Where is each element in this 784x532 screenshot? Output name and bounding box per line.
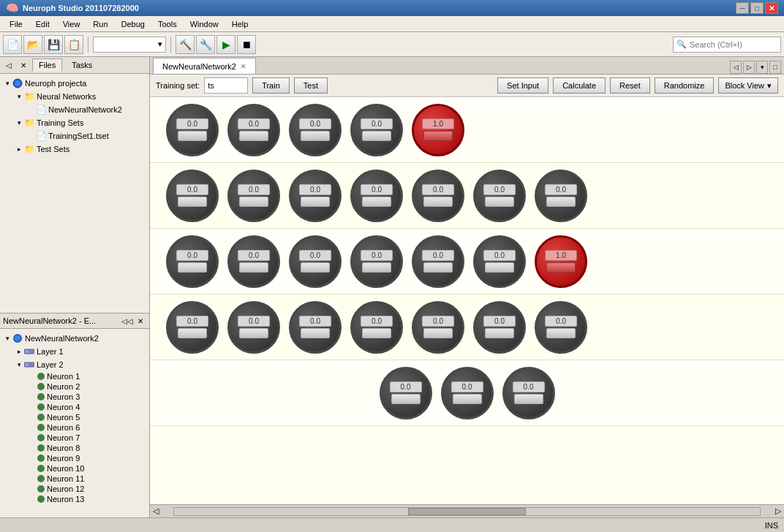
- neuron-2-0[interactable]: 0.0: [166, 235, 219, 288]
- neuron-btn-3-1[interactable]: [239, 328, 268, 338]
- tree-neuron5[interactable]: Neuron 5: [3, 412, 146, 422]
- menu-window[interactable]: Window: [184, 18, 225, 31]
- search-box[interactable]: 🔍: [673, 37, 781, 53]
- open-button[interactable]: 📂: [23, 35, 42, 54]
- menu-run[interactable]: Run: [86, 18, 114, 31]
- run-button[interactable]: ▶: [216, 35, 235, 54]
- tab-files[interactable]: Files: [32, 58, 62, 72]
- neuron-btn-3-5[interactable]: [485, 328, 514, 338]
- neuron-btn-2-3[interactable]: [362, 262, 391, 273]
- tree-nnn2[interactable]: 📄 NewNeuralNetwork2: [3, 103, 146, 116]
- reset-button[interactable]: Reset: [610, 77, 650, 94]
- neuron-btn-1-0[interactable]: [178, 197, 207, 207]
- h-scrollbar[interactable]: ◁ ▷: [150, 504, 784, 517]
- neuron-2-3[interactable]: 0.0: [350, 235, 403, 288]
- build-button[interactable]: 🔨: [176, 35, 195, 54]
- block-view-arrow[interactable]: ▾: [767, 81, 772, 91]
- neuron-1-3[interactable]: 0.0: [350, 170, 403, 222]
- tree-layer1[interactable]: ▸ Layer 1: [3, 345, 146, 358]
- project-dropdown[interactable]: ▾: [93, 37, 166, 53]
- neuron-btn-1-3[interactable]: [362, 197, 391, 207]
- neuron-1-2[interactable]: 0.0: [289, 170, 342, 222]
- neuron-btn-1-4[interactable]: [423, 197, 453, 207]
- neuron-2-2[interactable]: 0.0: [289, 235, 342, 288]
- neuron-btn-4-2[interactable]: [514, 394, 543, 404]
- neuron-3-5[interactable]: 0.0: [473, 301, 526, 354]
- training-set-input[interactable]: [204, 77, 248, 94]
- new-button[interactable]: 📄: [3, 35, 22, 54]
- neuron-btn-0-0[interactable]: [178, 131, 207, 141]
- neuron-2-1[interactable]: 0.0: [227, 235, 280, 288]
- expand-neural-icon[interactable]: ▾: [15, 93, 23, 100]
- close-button[interactable]: ✕: [765, 2, 778, 14]
- expand-l1[interactable]: ▸: [15, 348, 23, 355]
- minimize-button[interactable]: ─: [736, 2, 749, 14]
- h-scroll-thumb[interactable]: [408, 508, 525, 515]
- panel-back-btn[interactable]: ◁: [3, 59, 15, 71]
- bottom-back-btn[interactable]: ◁◁: [121, 315, 133, 327]
- neuron-1-1[interactable]: 0.0: [227, 170, 280, 222]
- neuron-2-5[interactable]: 0.0: [473, 235, 526, 288]
- expand-training-icon[interactable]: ▾: [15, 119, 23, 126]
- neuron-btn-3-4[interactable]: [423, 328, 453, 338]
- menu-help[interactable]: Help: [225, 18, 255, 31]
- neuron-1-0[interactable]: 0.0: [166, 170, 219, 222]
- tab-nav-left[interactable]: ◁: [730, 61, 742, 74]
- bottom-close-btn[interactable]: ✕: [135, 315, 146, 327]
- neuron-btn-2-0[interactable]: [178, 262, 207, 273]
- neuron-2-6[interactable]: 1.0: [535, 235, 587, 288]
- menu-view[interactable]: View: [56, 18, 87, 31]
- test-button[interactable]: Test: [294, 77, 328, 94]
- tab-nav-restore[interactable]: □: [769, 61, 781, 74]
- neuron-btn-3-3[interactable]: [362, 328, 391, 338]
- neuron-4-1[interactable]: 0.0: [441, 367, 494, 419]
- neuron-btn-1-5[interactable]: [485, 197, 514, 207]
- neuron-btn-1-2[interactable]: [301, 197, 330, 207]
- tree-neuron8[interactable]: Neuron 8: [3, 443, 146, 453]
- neuron-btn-3-6[interactable]: [546, 328, 576, 338]
- search-input[interactable]: [690, 40, 777, 49]
- neuron-btn-0-3[interactable]: [362, 131, 391, 141]
- neuron-0-4[interactable]: 1.0: [412, 104, 464, 156]
- maximize-button[interactable]: □: [750, 2, 764, 14]
- tab-tasks[interactable]: Tasks: [65, 58, 99, 72]
- block-view-button[interactable]: Block View ▾: [718, 77, 778, 94]
- train-button[interactable]: Train: [252, 77, 290, 94]
- neuron-btn-2-1[interactable]: [239, 262, 268, 273]
- scroll-left-btn[interactable]: ◁: [150, 506, 162, 516]
- neuron-btn-1-6[interactable]: [546, 197, 576, 207]
- tab-nav-menu[interactable]: ▾: [756, 61, 768, 74]
- tree-root[interactable]: ▾ Neuroph projecta: [3, 77, 146, 90]
- neuron-0-1[interactable]: 0.0: [227, 104, 280, 156]
- h-scroll-track[interactable]: [173, 507, 761, 516]
- neuron-3-6[interactable]: 0.0: [535, 301, 587, 354]
- neuron-0-3[interactable]: 0.0: [350, 104, 403, 156]
- tab-nnn2[interactable]: NewNeuralNetwork2 ✕: [153, 58, 256, 74]
- tree-training-set1[interactable]: 📄 TrainingSet1.tset: [3, 129, 146, 142]
- neuron-1-6[interactable]: 0.0: [535, 170, 587, 222]
- bottom-root[interactable]: ▾ NewNeuralNetwork2: [3, 332, 146, 345]
- neuron-btn-0-1[interactable]: [239, 131, 268, 141]
- tree-neuron2[interactable]: Neuron 2: [3, 381, 146, 392]
- tree-training-sets[interactable]: ▾ 📁 Training Sets: [3, 116, 146, 129]
- expand-l2[interactable]: ▾: [15, 361, 23, 368]
- expand-icon[interactable]: ▾: [3, 80, 12, 87]
- neuron-1-4[interactable]: 0.0: [412, 170, 464, 222]
- menu-debug[interactable]: Debug: [115, 18, 151, 31]
- tree-neuron3[interactable]: Neuron 3: [3, 392, 146, 402]
- tree-test-sets[interactable]: ▸ 📁 Test Sets: [3, 142, 146, 156]
- expand-bottom-root[interactable]: ▾: [3, 335, 12, 342]
- menu-file[interactable]: File: [3, 18, 29, 31]
- panel-close-btn[interactable]: ✕: [18, 59, 29, 71]
- tab-nav-right[interactable]: ▷: [743, 61, 755, 74]
- set-input-button[interactable]: Set Input: [497, 77, 549, 94]
- scroll-right-btn[interactable]: ▷: [772, 506, 784, 516]
- tree-neuron9[interactable]: Neuron 9: [3, 453, 146, 463]
- neuron-3-0[interactable]: 0.0: [166, 301, 219, 354]
- neuron-3-2[interactable]: 0.0: [289, 301, 342, 354]
- neuron-1-5[interactable]: 0.0: [473, 170, 526, 222]
- neuron-btn-4-0[interactable]: [391, 394, 421, 404]
- stop-button[interactable]: ⏹: [237, 35, 256, 54]
- neuron-3-3[interactable]: 0.0: [350, 301, 403, 354]
- neuron-btn-2-6[interactable]: [546, 262, 576, 273]
